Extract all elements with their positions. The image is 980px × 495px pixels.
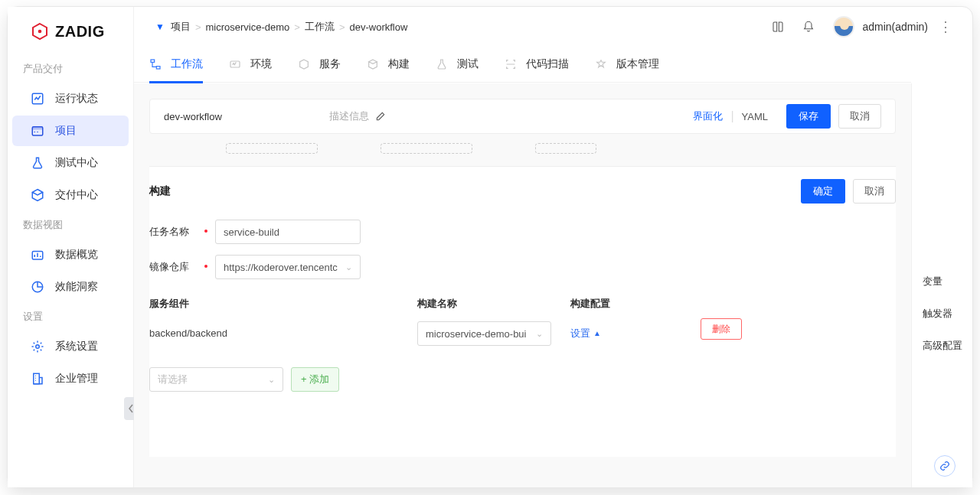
bell-icon[interactable] bbox=[802, 21, 815, 33]
tab-test[interactable]: 测试 bbox=[436, 47, 479, 83]
workflow-desc-label: 描述信息 bbox=[329, 109, 369, 123]
breadcrumb-sep: > bbox=[195, 21, 201, 33]
tab-label: 环境 bbox=[250, 57, 272, 71]
task-name-input[interactable] bbox=[215, 220, 361, 244]
sidebar-item-label: 测试中心 bbox=[55, 156, 98, 170]
rail-advanced[interactable]: 高级配置 bbox=[912, 339, 972, 353]
breadcrumb-app[interactable]: microservice-demo bbox=[205, 21, 289, 33]
tab-label: 测试 bbox=[457, 57, 479, 71]
svg-point-8 bbox=[36, 345, 40, 349]
breadcrumb-project[interactable]: 项目 bbox=[171, 20, 191, 34]
topbar: ▼ 项目 > microservice-demo > 工作流 > dev-wor… bbox=[134, 7, 972, 47]
logo-icon bbox=[31, 22, 49, 41]
save-button[interactable]: 保存 bbox=[786, 104, 831, 129]
edit-icon[interactable] bbox=[375, 111, 386, 122]
col-service-header: 服务组件 bbox=[149, 297, 302, 311]
repo-select[interactable]: https://koderover.tencentc ⌄ bbox=[215, 255, 361, 279]
repo-label: 镜像仓库 bbox=[149, 260, 201, 274]
bars-icon bbox=[31, 248, 44, 262]
tab-label: 版本管理 bbox=[616, 57, 659, 71]
panel-title: 构建 bbox=[149, 184, 171, 198]
add-button[interactable]: + 添加 bbox=[291, 367, 339, 392]
chevron-down-icon: ⌄ bbox=[345, 262, 352, 272]
pie-icon bbox=[31, 280, 44, 294]
cancel-button[interactable]: 取消 bbox=[838, 104, 881, 129]
workflow-name: dev-workflow bbox=[164, 111, 222, 122]
sidebar-item-project[interactable]: 项目 bbox=[12, 116, 129, 146]
user-label[interactable]: admin(admin) bbox=[862, 21, 928, 33]
book-icon[interactable] bbox=[772, 21, 784, 33]
test-icon bbox=[436, 58, 448, 70]
build-select[interactable]: microservice-demo-bui ⌄ bbox=[417, 321, 551, 346]
scan-icon bbox=[505, 58, 517, 70]
sidebar-item-enterprise[interactable]: 企业管理 bbox=[12, 363, 129, 394]
rail-variables[interactable]: 变量 bbox=[912, 275, 972, 288]
chevron-down-icon: ⌄ bbox=[536, 329, 543, 339]
breadcrumb-sep: > bbox=[339, 21, 345, 33]
svg-point-4 bbox=[34, 132, 36, 133]
sidebar-item-label: 数据概览 bbox=[55, 248, 98, 262]
tab-build[interactable]: 构建 bbox=[367, 47, 410, 83]
breadcrumb-sep: > bbox=[294, 21, 300, 33]
tab-label: 服务 bbox=[319, 57, 341, 71]
rail-triggers[interactable]: 触发器 bbox=[912, 307, 972, 321]
sidebar-group-data: 数据视图 bbox=[8, 212, 133, 238]
tab-env[interactable]: 环境 bbox=[229, 47, 272, 83]
panel-cancel-button[interactable]: 取消 bbox=[853, 179, 896, 204]
dropdown-caret-icon[interactable]: ▼ bbox=[155, 21, 165, 32]
project-icon bbox=[31, 124, 44, 138]
breadcrumb-workflow[interactable]: 工作流 bbox=[305, 20, 335, 34]
logo-text: ZADIG bbox=[55, 23, 105, 41]
workflow-icon bbox=[149, 58, 162, 70]
build-icon bbox=[367, 58, 379, 70]
sidebar-item-label: 交付中心 bbox=[55, 188, 98, 202]
svg-point-0 bbox=[38, 30, 42, 34]
mode-toggle-yaml[interactable]: YAML bbox=[742, 111, 768, 122]
sidebar-item-label: 效能洞察 bbox=[55, 280, 98, 294]
config-link-label: 设置 bbox=[570, 321, 590, 346]
project-tabs: 工作流 环境 服务 构建 测试 代码扫描 版本管理 bbox=[134, 47, 911, 83]
mode-sep: | bbox=[730, 109, 733, 123]
tab-service[interactable]: 服务 bbox=[298, 47, 341, 83]
sidebar-item-insight[interactable]: 效能洞察 bbox=[12, 272, 129, 302]
help-fab[interactable] bbox=[934, 455, 956, 477]
content-area: dev-workflow 描述信息 界面化 | YAML 保存 取消 构建 确定… bbox=[134, 83, 911, 487]
repo-select-value: https://koderover.tencentc bbox=[224, 262, 338, 273]
sidebar: ZADIG 产品交付 运行状态 项目 测试中心 交付中心 数据视图 数据概览 效… bbox=[8, 7, 134, 487]
mode-toggle-ui[interactable]: 界面化 bbox=[693, 109, 723, 123]
link-icon bbox=[939, 461, 950, 471]
gear-icon bbox=[31, 340, 44, 353]
tab-label: 代码扫描 bbox=[526, 57, 569, 71]
svg-rect-11 bbox=[156, 67, 160, 69]
sidebar-item-label: 系统设置 bbox=[55, 340, 98, 353]
required-dot-icon bbox=[204, 230, 207, 233]
service-name-cell: backend/backend bbox=[149, 321, 302, 346]
avatar[interactable] bbox=[833, 16, 854, 37]
col-config-header: 构建配置 bbox=[570, 297, 662, 311]
add-service-placeholder: 请选择 bbox=[158, 373, 188, 386]
breadcrumb-current[interactable]: dev-workflow bbox=[349, 21, 407, 33]
delete-row-button[interactable]: 删除 bbox=[701, 318, 742, 340]
tab-scan[interactable]: 代码扫描 bbox=[505, 47, 569, 83]
build-panel: 构建 确定 取消 任务名称 镜像仓库 https://koderover.ten… bbox=[149, 166, 896, 457]
config-link[interactable]: 设置 ▲ bbox=[570, 321, 601, 346]
more-menu-icon[interactable]: ⋮ bbox=[934, 18, 957, 35]
tab-workflow[interactable]: 工作流 bbox=[149, 47, 203, 83]
build-select-value: microservice-demo-bui bbox=[426, 328, 526, 340]
version-icon bbox=[595, 58, 607, 70]
svg-rect-3 bbox=[32, 127, 43, 130]
logo[interactable]: ZADIG bbox=[8, 7, 133, 56]
chevron-down-icon: ⌄ bbox=[268, 375, 275, 385]
sidebar-item-delivery[interactable]: 交付中心 bbox=[12, 180, 129, 210]
sidebar-item-system[interactable]: 系统设置 bbox=[12, 331, 129, 362]
confirm-button[interactable]: 确定 bbox=[801, 179, 845, 204]
sidebar-item-overview[interactable]: 数据概览 bbox=[12, 239, 129, 270]
col-build-header: 构建名称 bbox=[417, 297, 555, 311]
building-icon bbox=[31, 372, 44, 386]
tab-version[interactable]: 版本管理 bbox=[595, 47, 659, 83]
env-icon bbox=[229, 58, 241, 70]
sidebar-item-status[interactable]: 运行状态 bbox=[12, 83, 129, 114]
sidebar-item-test[interactable]: 测试中心 bbox=[12, 148, 129, 178]
right-rail: 变量 触发器 高级配置 bbox=[911, 83, 972, 487]
add-service-select[interactable]: 请选择 ⌄ bbox=[149, 367, 283, 392]
